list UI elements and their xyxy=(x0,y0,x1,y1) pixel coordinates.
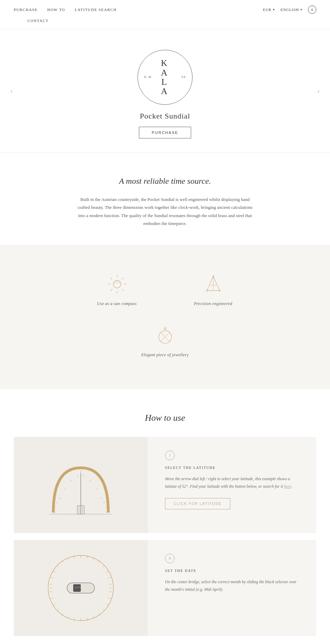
nav-purchase[interactable]: PURCHASE xyxy=(14,8,37,12)
hero-prev-arrow[interactable]: ‹ xyxy=(10,87,13,95)
features-top-row: Use as a sun compass Precis xyxy=(89,272,241,306)
logo-k: K xyxy=(161,58,169,68)
svg-line-29 xyxy=(96,488,97,489)
svg-line-22 xyxy=(59,498,61,499)
hero-next-arrow[interactable]: › xyxy=(317,87,320,95)
svg-point-75 xyxy=(75,587,77,588)
howto-title: How to use xyxy=(14,413,316,423)
svg-line-68 xyxy=(53,571,55,572)
logo-l: L xyxy=(162,77,169,87)
step2-number: II xyxy=(165,554,175,563)
step1-number: I xyxy=(165,451,175,460)
click-for-latitude-button[interactable]: CLICK FOR LATITUDE xyxy=(165,498,230,509)
feature-sun-compass: Use as a sun compass xyxy=(89,272,144,306)
svg-line-52 xyxy=(106,604,108,605)
step1-description: Move the arrow dial left / right to sele… xyxy=(165,475,299,491)
svg-line-25 xyxy=(77,475,78,476)
hero-section: ‹ H.M K A L A 98 Pocket Sundial PURCHASE xyxy=(0,29,330,152)
svg-rect-74 xyxy=(73,584,81,592)
product-title: Pocket Sundial xyxy=(139,112,191,121)
logo-hm: H.M xyxy=(144,76,152,79)
svg-line-67 xyxy=(51,577,53,578)
step2-description: On the center bridge, select the correct… xyxy=(165,578,299,594)
svg-line-7 xyxy=(122,278,123,280)
tagline-description: Built in the Austrian countryside, the P… xyxy=(76,195,254,228)
logo-a1: A xyxy=(161,68,169,77)
features-section: Use as a sun compass Precis xyxy=(0,245,330,388)
step2-content: II SET THE DATE On the center bridge, se… xyxy=(148,540,316,636)
svg-line-21 xyxy=(56,502,58,503)
feature-precision: Precision engineered xyxy=(186,272,241,306)
language-dropdown[interactable]: ENGLISH xyxy=(280,8,302,12)
feature-precision-label: Precision engineered xyxy=(194,301,232,306)
howto-grid: I SELECT THE LATITUDE Move the arrow dia… xyxy=(14,437,316,636)
svg-line-6 xyxy=(122,289,123,291)
svg-line-27 xyxy=(84,475,84,476)
navigation: PURCHASE HOW TO LATITUDE SEARCH EUR ENGL… xyxy=(0,0,330,29)
sun-compass-icon xyxy=(105,272,129,296)
tagline-section: A most reliable time source. Built in th… xyxy=(0,152,330,245)
feature-jewellery: Elegant piece of jewellery xyxy=(138,324,192,358)
logo-a2: A xyxy=(161,87,169,96)
logo-98: 98 xyxy=(182,76,186,79)
logo-inner: H.M K A L A 98 xyxy=(161,58,169,96)
logo-circle: H.M K A L A 98 xyxy=(138,50,192,105)
svg-line-28 xyxy=(90,480,91,482)
currency-dropdown[interactable]: EUR xyxy=(263,8,275,12)
svg-line-46 xyxy=(106,571,108,572)
svg-point-76 xyxy=(77,587,79,588)
feature-sun-compass-label: Use as a sun compass xyxy=(97,301,136,306)
nav-latitude[interactable]: LATITUDE SEARCH xyxy=(75,8,117,12)
nav-howto[interactable]: HOW TO xyxy=(47,8,65,12)
svg-line-61 xyxy=(57,609,59,611)
svg-line-69 xyxy=(57,565,59,567)
nav-right: EUR ENGLISH 0 xyxy=(263,5,316,14)
svg-line-62 xyxy=(53,604,55,605)
step1-content: I SELECT THE LATITUDE Move the arrow dia… xyxy=(148,437,316,533)
howto-section: How to use xyxy=(0,389,330,644)
svg-line-8 xyxy=(110,289,112,291)
howto-step-2: II SET THE DATE On the center bridge, se… xyxy=(14,540,316,636)
hero-text: Pocket Sundial PURCHASE xyxy=(139,112,191,138)
svg-line-63 xyxy=(51,598,53,599)
step2-title: SET THE DATE xyxy=(165,569,299,573)
svg-point-77 xyxy=(79,587,81,588)
features-grid: Use as a sun compass Precis xyxy=(14,272,316,361)
svg-line-24 xyxy=(70,480,72,482)
svg-line-5 xyxy=(110,278,112,280)
tagline-title: A most reliable time source. xyxy=(14,177,316,186)
nav-contact[interactable]: CONTACT xyxy=(28,19,49,23)
here-link[interactable]: here xyxy=(284,484,291,489)
howto-step-1: I SELECT THE LATITUDE Move the arrow dia… xyxy=(14,437,316,533)
nav-second-row: CONTACT xyxy=(14,14,316,23)
feature-jewellery-label: Elegant piece of jewellery xyxy=(141,352,189,358)
svg-line-53 xyxy=(103,609,104,611)
step1-illustration xyxy=(14,437,148,533)
svg-line-23 xyxy=(64,488,66,489)
svg-point-0 xyxy=(113,280,121,288)
jewellery-icon xyxy=(153,324,177,348)
svg-line-31 xyxy=(103,502,106,503)
purchase-button[interactable]: PURCHASE xyxy=(139,127,191,138)
nav-main: PURCHASE HOW TO LATITUDE SEARCH xyxy=(14,8,263,12)
precision-icon xyxy=(201,272,225,296)
step2-illustration xyxy=(14,540,148,636)
svg-line-30 xyxy=(100,498,102,499)
cart-button[interactable]: 0 xyxy=(308,5,316,14)
step1-title: SELECT THE LATITUDE xyxy=(165,466,299,470)
svg-line-51 xyxy=(108,598,111,599)
svg-line-47 xyxy=(108,577,111,578)
svg-line-45 xyxy=(103,565,104,567)
